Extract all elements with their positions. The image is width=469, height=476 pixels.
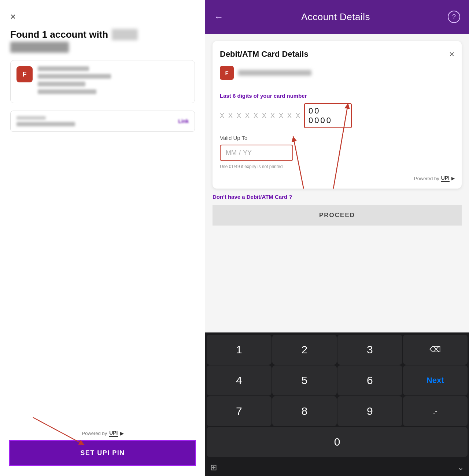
key-2[interactable]: 2 bbox=[272, 335, 337, 365]
found-heading-text: Found 1 account with bbox=[10, 29, 108, 40]
account-info-line-4 bbox=[38, 89, 96, 94]
page-title: Account Details bbox=[301, 11, 370, 23]
upi-id-blurred bbox=[16, 122, 75, 126]
card-details-modal: Debit/ATM Card Details × F Last 6 digits… bbox=[213, 41, 462, 189]
bank-name-modal-blurred bbox=[238, 70, 311, 76]
upi-logo-right: UPI bbox=[441, 175, 450, 182]
modal-title-row: Debit/ATM Card Details × bbox=[220, 49, 454, 59]
key-backspace[interactable]: ⌫ bbox=[403, 335, 468, 365]
content-area: Debit/ATM Card Details × F Last 6 digits… bbox=[205, 34, 469, 332]
bank-logo-modal: F bbox=[220, 66, 234, 80]
upi-link-btn[interactable]: Link bbox=[178, 118, 189, 124]
card-number-label: Last 6 digits of your card number bbox=[220, 93, 454, 99]
numeric-keyboard: 1 2 3 ⌫ 4 5 6 Next 7 8 9 .- 0 bbox=[205, 332, 469, 459]
set-upi-pin-button[interactable]: SET UPI PIN bbox=[10, 441, 195, 465]
card-number-input[interactable]: 00 0000 bbox=[304, 103, 352, 128]
key-1[interactable]: 1 bbox=[207, 335, 272, 365]
linked-upi-box: Link bbox=[10, 111, 195, 132]
keyboard-row-2: 4 5 6 Next bbox=[207, 365, 468, 395]
key-next[interactable]: Next bbox=[403, 365, 468, 395]
bank-logo: F bbox=[16, 66, 33, 82]
account-info-line-3 bbox=[38, 82, 85, 86]
key-4[interactable]: 4 bbox=[207, 365, 272, 395]
help-button[interactable]: ? bbox=[448, 11, 460, 23]
right-panel: ← Account Details ? Debit/ATM Card Detai… bbox=[205, 0, 469, 476]
powered-by-label-left: Powered by bbox=[82, 431, 107, 436]
powered-by-right: Powered by UPI ▶ bbox=[220, 175, 454, 182]
linked-label bbox=[16, 116, 46, 120]
upi-logo-left: UPI bbox=[109, 430, 118, 437]
bank-name-blurred bbox=[10, 42, 69, 53]
valid-up-to-label: Valid Up To bbox=[220, 135, 454, 141]
keyboard-bottom-bar: ⊞ ⌄ bbox=[205, 459, 469, 476]
powered-by-label-right: Powered by bbox=[414, 176, 439, 181]
account-info bbox=[38, 66, 189, 97]
proceed-button[interactable]: PROCEED bbox=[213, 205, 462, 226]
keyboard-row-1: 1 2 3 ⌫ bbox=[207, 335, 468, 365]
key-6[interactable]: 6 bbox=[337, 365, 402, 395]
expiry-yy: YY bbox=[243, 149, 252, 157]
close-icon-left[interactable]: × bbox=[10, 11, 22, 22]
dont-have-card-link[interactable]: Don't have a Debit/ATM Card ? bbox=[213, 194, 462, 200]
back-button[interactable]: ← bbox=[214, 11, 224, 23]
account-info-line-1 bbox=[38, 66, 89, 71]
bank-row: F bbox=[220, 66, 454, 85]
expiry-hint: Use 01/49 if expiry is not printed bbox=[220, 164, 454, 169]
powered-by-left: Powered by UPI ▶ bbox=[10, 430, 195, 437]
key-0[interactable]: 0 bbox=[207, 427, 468, 457]
keyboard-hide-icon[interactable]: ⌄ bbox=[457, 463, 464, 472]
key-8[interactable]: 8 bbox=[272, 396, 337, 426]
expiry-slash: / bbox=[239, 149, 241, 157]
upi-info bbox=[16, 116, 75, 126]
key-3[interactable]: 3 bbox=[337, 335, 402, 365]
key-9[interactable]: 9 bbox=[337, 396, 402, 426]
key-dot-dash[interactable]: .- bbox=[403, 396, 468, 426]
expiry-mm: MM bbox=[226, 149, 237, 157]
found-heading: Found 1 account with First bbox=[10, 29, 195, 40]
keyboard-row-3: 7 8 9 .- bbox=[207, 396, 468, 426]
account-card: F bbox=[10, 60, 195, 103]
header-bar: ← Account Details ? bbox=[205, 0, 469, 34]
keyboard-row-4: 0 bbox=[207, 427, 468, 457]
card-number-masked: X X X X X X X X X X bbox=[220, 112, 301, 120]
keyboard-emoji-icon[interactable]: ⊞ bbox=[210, 463, 217, 472]
blurred-bank-word: First bbox=[112, 29, 138, 40]
expiry-input-box[interactable]: MM / YY bbox=[220, 145, 293, 161]
key-5[interactable]: 5 bbox=[272, 365, 337, 395]
key-7[interactable]: 7 bbox=[207, 396, 272, 426]
account-info-line-2 bbox=[38, 74, 111, 79]
left-panel: × Found 1 account with First F Link bbox=[0, 0, 205, 476]
modal-title: Debit/ATM Card Details bbox=[220, 49, 309, 59]
card-number-row: X X X X X X X X X X 00 0000 bbox=[220, 103, 454, 128]
modal-close-button[interactable]: × bbox=[449, 49, 454, 59]
